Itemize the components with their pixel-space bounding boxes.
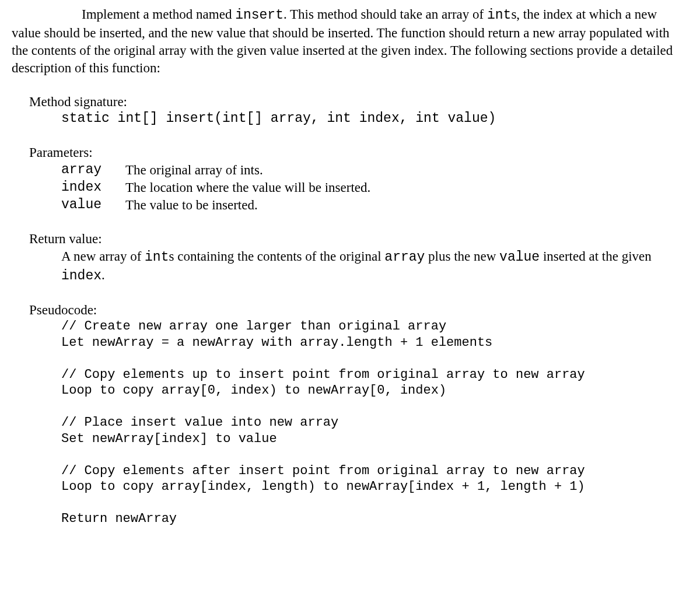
parameters-section: Parameters: array The original array of …	[29, 144, 688, 214]
param-desc: The original array of ints.	[125, 162, 688, 179]
rv-code-4: index	[61, 268, 102, 283]
intro-text-1: Implement a method named	[82, 7, 235, 22]
rv-code-2: array	[384, 250, 425, 265]
intro-text-2: . This method should take an array of	[284, 7, 487, 22]
param-name: array	[61, 162, 125, 179]
return-value-label: Return value:	[29, 230, 688, 248]
intro-paragraph: Implement a method named insert. This me…	[12, 6, 688, 77]
rv-text-3: plus the new	[425, 249, 499, 264]
return-value-section: Return value: A new array of ints contai…	[29, 230, 688, 285]
param-row: index The location where the value will …	[61, 179, 688, 197]
pseudocode-section: Pseudocode: // Create new array one larg…	[29, 302, 688, 527]
method-signature-section: Method signature: static int[] insert(in…	[29, 93, 688, 128]
rv-text-1: A new array of	[61, 249, 145, 264]
pseudocode-block: // Create new array one larger than orig…	[61, 318, 688, 527]
rv-text-5: .	[102, 268, 105, 282]
rv-code-1: int	[145, 250, 169, 265]
intro-code-2: int	[487, 8, 511, 23]
method-signature-code: static int[] insert(int[] array, int ind…	[61, 110, 688, 128]
param-desc: The location where the value will be ins…	[125, 179, 688, 197]
return-value-text: A new array of ints containing the conte…	[61, 248, 688, 285]
rv-text-2: s containing the contents of the origina…	[169, 249, 384, 264]
param-row: value The value to be inserted.	[61, 197, 688, 214]
param-desc: The value to be inserted.	[125, 197, 688, 214]
parameters-label: Parameters:	[29, 144, 688, 162]
param-name: index	[61, 179, 125, 197]
method-signature-label: Method signature:	[29, 93, 688, 111]
rv-code-3: value	[499, 250, 540, 265]
param-row: array The original array of ints.	[61, 162, 688, 179]
param-name: value	[61, 197, 125, 214]
rv-text-4: inserted at the given	[540, 249, 652, 264]
pseudocode-label: Pseudocode:	[29, 302, 688, 319]
intro-code-1: insert	[235, 8, 284, 23]
